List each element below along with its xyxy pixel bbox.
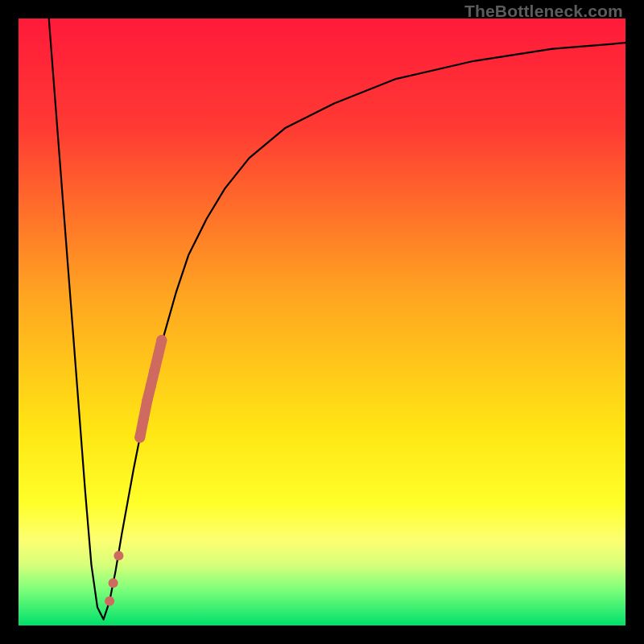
watermark-text: TheBottleneck.com (464, 2, 623, 21)
marker-dot (149, 365, 159, 376)
marker-dot (146, 381, 156, 391)
marker-dot (134, 432, 145, 443)
marker-dot (114, 551, 123, 560)
marker-dot (156, 335, 167, 345)
curve-layer (19, 19, 625, 625)
marker-dot (105, 597, 114, 606)
marker-dot (142, 396, 152, 407)
chart-frame: TheBottleneck.com (0, 0, 644, 644)
marker-dot (109, 578, 118, 588)
highlight-markers (105, 335, 167, 606)
bottleneck-curve (49, 19, 625, 620)
marker-dot (138, 414, 149, 424)
plot-area (19, 19, 625, 625)
marker-dot (153, 350, 163, 361)
